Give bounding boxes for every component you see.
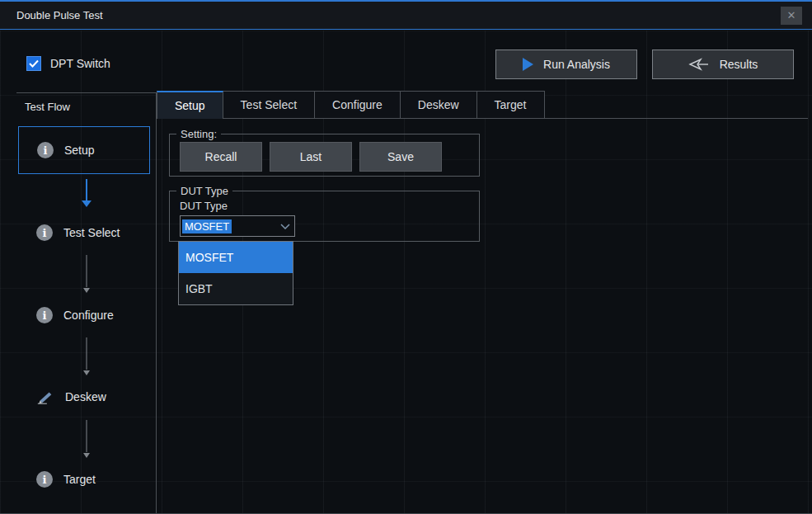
flow-step-setup[interactable]: Setup — [18, 126, 150, 174]
tab-label: Test Select — [241, 98, 297, 111]
tab-bar: Setup Test Select Configure Deskew Targe… — [157, 91, 808, 119]
run-analysis-label: Run Analysis — [543, 58, 610, 71]
dpt-switch-row: DPT Switch — [26, 56, 110, 71]
close-icon: ✕ — [787, 9, 796, 21]
flow-step-label: Test Select — [63, 226, 120, 239]
dut-type-label: DUT Type — [180, 200, 228, 212]
results-icon — [688, 58, 710, 71]
info-icon — [37, 142, 54, 158]
test-flow-title: Test Flow — [25, 101, 70, 113]
option-igbt[interactable]: IGBT — [179, 273, 293, 304]
info-icon — [36, 224, 53, 241]
tab-label: Deskew — [418, 98, 459, 111]
flow-step-configure[interactable]: Configure — [16, 306, 114, 324]
flow-arrow — [82, 255, 91, 293]
last-button[interactable]: Last — [270, 142, 352, 172]
option-mosfet[interactable]: MOSFET — [179, 242, 293, 273]
tab-label: Setup — [175, 99, 205, 112]
tab-target[interactable]: Target — [476, 91, 545, 118]
recall-button[interactable]: Recall — [180, 142, 262, 172]
deskew-icon — [36, 389, 54, 405]
dpt-switch-checkbox[interactable] — [26, 56, 41, 71]
flow-step-label: Target — [63, 473, 96, 486]
save-button[interactable]: Save — [359, 142, 442, 172]
close-button[interactable]: ✕ — [781, 7, 802, 25]
flow-step-deskew[interactable]: Deskew — [16, 388, 106, 406]
check-icon — [29, 59, 39, 68]
tab-configure[interactable]: Configure — [314, 91, 401, 118]
flow-arrow-active — [82, 179, 92, 207]
dpt-switch-label: DPT Switch — [50, 57, 110, 70]
dut-type-select[interactable]: MOSFET — [180, 215, 295, 237]
flow-step-label: Deskew — [65, 390, 106, 403]
flow-step-label: Configure — [63, 309, 114, 322]
setting-group: Setting: Recall Last Save — [169, 134, 480, 177]
flow-arrow — [82, 337, 91, 375]
chevron-down-icon — [276, 224, 294, 229]
test-flow-panel: Test Flow Setup Test Select Configure De… — [16, 92, 157, 513]
results-button[interactable]: Results — [652, 50, 794, 79]
setting-legend: Setting: — [176, 127, 221, 141]
titlebar: Double Pulse Test ✕ — [0, 0, 812, 30]
flow-step-label: Setup — [64, 144, 95, 157]
flow-step-test-select[interactable]: Test Select — [16, 224, 120, 242]
info-icon — [36, 307, 53, 323]
setting-buttons-row: Recall Last Save — [180, 142, 442, 172]
tab-label: Target — [495, 98, 527, 111]
dut-type-group: DUT Type DUT Type MOSFET — [169, 191, 480, 242]
tab-deskew[interactable]: Deskew — [400, 91, 477, 118]
tab-label: Configure — [332, 98, 383, 111]
play-icon — [523, 58, 533, 71]
dut-type-dropdown: MOSFET IGBT — [178, 241, 293, 305]
dut-type-value: MOSFET — [182, 219, 232, 233]
tab-setup[interactable]: Setup — [157, 91, 223, 119]
results-label: Results — [720, 58, 758, 71]
run-analysis-button[interactable]: Run Analysis — [495, 50, 637, 79]
tab-test-select[interactable]: Test Select — [223, 91, 315, 118]
dut-type-legend: DUT Type — [176, 184, 232, 198]
flow-arrow — [82, 420, 91, 458]
flow-step-target[interactable]: Target — [16, 470, 96, 488]
window-title: Double Pulse Test — [16, 9, 103, 21]
info-icon — [36, 471, 53, 488]
